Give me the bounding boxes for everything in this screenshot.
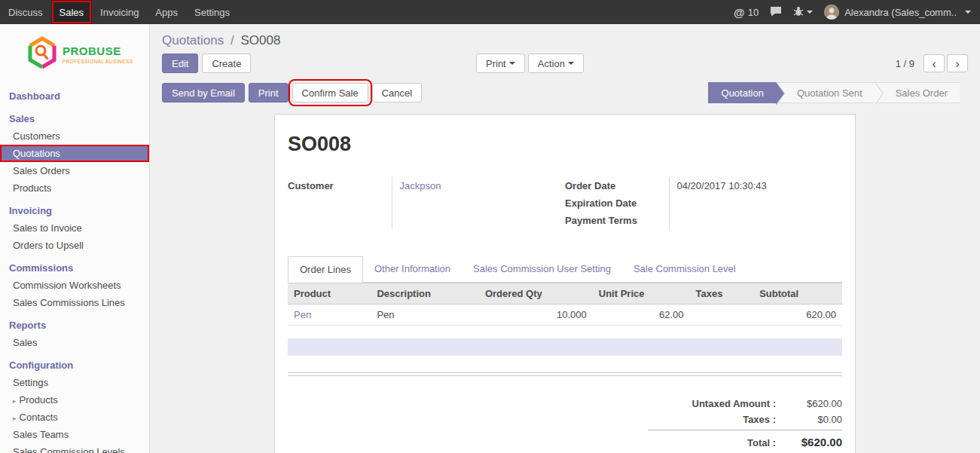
untaxed-amount-value: $620.00 <box>788 398 842 409</box>
menu-settings[interactable]: Settings <box>186 0 238 24</box>
payment-terms-label: Payment Terms <box>565 212 669 229</box>
cancel-button[interactable]: Cancel <box>372 83 422 103</box>
customer-label: Customer <box>288 177 392 229</box>
order-lines-table: Product Description Ordered Qty Unit Pri… <box>288 283 842 326</box>
pager-next-button[interactable] <box>947 54 968 72</box>
cell-ordered-qty: 10.000 <box>479 305 593 326</box>
activities-button[interactable]: 10 <box>734 6 759 19</box>
tab-sales-commission-user-setting[interactable]: Sales Commission User Setting <box>462 256 622 282</box>
status-step-quotation[interactable]: Quotation <box>708 82 776 103</box>
add-line-row[interactable] <box>288 338 842 356</box>
menu-discuss[interactable]: Discuss <box>0 0 51 24</box>
totals: Untaxed Amount : $620.00 Taxes : $0.00 T… <box>648 396 842 451</box>
untaxed-amount-label: Untaxed Amount : <box>648 398 776 409</box>
sidebar-item-label: Products <box>20 394 58 406</box>
menu-invoicing[interactable]: Invoicing <box>92 0 147 24</box>
product-link[interactable]: Pen <box>294 309 311 320</box>
cell-taxes <box>690 305 754 326</box>
messages-button[interactable] <box>770 6 782 19</box>
tab-sale-commission-level[interactable]: Sale Commission Level <box>622 256 747 282</box>
logo-subtitle: PROFESSIONAL BUSINESS <box>63 59 133 64</box>
sidebar-item-label: Contacts <box>20 412 58 423</box>
sidebar-item-sales-orders[interactable]: Sales Orders <box>0 162 149 179</box>
tab-other-information[interactable]: Other Information <box>363 256 462 282</box>
customer-link[interactable]: Jackpson <box>400 180 441 191</box>
sidebar-item-orders-to-upsell[interactable]: Orders to Upsell <box>0 237 149 254</box>
sidebar-item-reports-sales[interactable]: Sales <box>0 334 149 351</box>
send-by-email-button[interactable]: Send by Email <box>162 83 245 103</box>
sidebar-nav: Dashboard Sales Customers Quotations Sal… <box>0 80 149 453</box>
avatar <box>824 5 839 20</box>
taxes-row: Taxes : $0.00 <box>648 412 842 427</box>
sidebar-item-sales-teams[interactable]: Sales Teams <box>0 426 149 443</box>
total-value: $620.00 <box>788 436 842 448</box>
edit-button[interactable]: Edit <box>162 54 198 73</box>
sidebar-heading-invoicing[interactable]: Invoicing <box>0 202 149 219</box>
status-step-label: Sales Order <box>896 87 948 99</box>
chevron-down-icon <box>509 62 515 65</box>
sidebar-item-settings[interactable]: Settings <box>0 374 149 391</box>
confirm-sale-button[interactable]: Confirm Sale <box>292 83 368 103</box>
sidebar-item-customers[interactable]: Customers <box>0 127 149 145</box>
topbar-right: 10 A <box>734 0 980 24</box>
sidebar-heading-reports[interactable]: Reports <box>0 317 149 334</box>
sidebar-item-config-contacts[interactable]: Contacts <box>0 409 149 426</box>
statusbar: Quotation Quotation Sent Sales Order <box>708 82 960 103</box>
field-group-right: Order Date 04/20/2017 10:30:43 Expiratio… <box>565 177 842 229</box>
menu-sales[interactable]: Sales <box>51 0 93 24</box>
bug-icon <box>793 6 804 19</box>
sidebar: PROBUSE PROFESSIONAL BUSINESS Dashboard … <box>0 24 150 453</box>
pager-value: 1 / 9 <box>896 58 914 69</box>
order-date-label: Order Date <box>565 177 669 194</box>
print-button[interactable]: Print <box>249 83 289 103</box>
expiration-date-value <box>669 194 842 212</box>
sidebar-item-sales-commission-levels[interactable]: Sales Commission Levels <box>0 443 149 453</box>
sidebar-item-commission-worksheets[interactable]: Commission Worksheets <box>0 277 149 294</box>
user-menu[interactable]: Alexandra (Sales_comm.. <box>824 5 971 20</box>
total-row: Total : $620.00 <box>648 430 842 451</box>
user-name: Alexandra (Sales_comm.. <box>844 7 957 18</box>
sidebar-heading-configuration[interactable]: Configuration <box>0 357 149 374</box>
header-unit-price: Unit Price <box>593 283 690 305</box>
tab-order-lines[interactable]: Order Lines <box>288 256 363 283</box>
header-subtotal: Subtotal <box>753 283 842 305</box>
taxes-label: Taxes : <box>648 414 776 425</box>
sidebar-heading-commissions[interactable]: Commissions <box>0 259 149 277</box>
status-step-sales-order[interactable]: Sales Order <box>875 82 960 103</box>
sidebar-item-sales-to-invoice[interactable]: Sales to Invoice <box>0 219 149 237</box>
table-row[interactable]: Pen Pen 10.000 62.00 620.00 <box>288 305 842 326</box>
breadcrumb-separator: / <box>230 33 234 47</box>
create-button[interactable]: Create <box>202 54 251 73</box>
action-dropdown[interactable]: Action <box>528 54 584 73</box>
status-step-quotation-sent[interactable]: Quotation Sent <box>776 82 875 103</box>
sidebar-heading-dashboard[interactable]: Dashboard <box>0 87 149 105</box>
sidebar-heading-sales[interactable]: Sales <box>0 110 149 127</box>
main-area: Quotations / SO008 Edit Create Print Act… <box>150 24 980 453</box>
table-header-row: Product Description Ordered Qty Unit Pri… <box>288 283 842 305</box>
sidebar-item-products[interactable]: Products <box>0 179 149 197</box>
sidebar-item-config-products[interactable]: Products <box>0 391 149 409</box>
breadcrumb-current: SO008 <box>240 33 280 47</box>
breadcrumb-quotations-link[interactable]: Quotations <box>162 33 224 47</box>
section-separator <box>288 372 842 376</box>
status-step-label: Quotation Sent <box>797 87 862 99</box>
cell-description: Pen <box>371 305 479 326</box>
activity-count: 10 <box>748 7 759 18</box>
debug-menu-button[interactable] <box>793 6 813 19</box>
quotation-sheet: SO008 Customer Jackpson Order Date 04/20… <box>274 114 856 453</box>
pager-prev-button[interactable] <box>924 54 945 72</box>
sidebar-item-quotations[interactable]: Quotations <box>0 145 149 162</box>
logo-title: PROBUSE <box>63 44 133 57</box>
expand-arrow-icon <box>13 397 17 405</box>
control-panel: Edit Create Print Action 1 / 9 <box>150 52 980 75</box>
field-group-left: Customer Jackpson <box>288 177 565 229</box>
sidebar-item-sales-commissions-lines[interactable]: Sales Commissions Lines <box>0 294 149 311</box>
notebook-tabs: Order Lines Other Information Sales Comm… <box>288 256 842 283</box>
print-dropdown[interactable]: Print <box>476 54 525 73</box>
action-dropdown-label: Action <box>538 58 565 69</box>
record-title: SO008 <box>288 133 842 156</box>
total-label: Total : <box>648 437 776 448</box>
menu-apps[interactable]: Apps <box>147 0 186 24</box>
top-menu: Discuss Sales Invoicing Apps Settings <box>0 0 238 24</box>
field-payment-terms: Payment Terms <box>565 212 842 229</box>
